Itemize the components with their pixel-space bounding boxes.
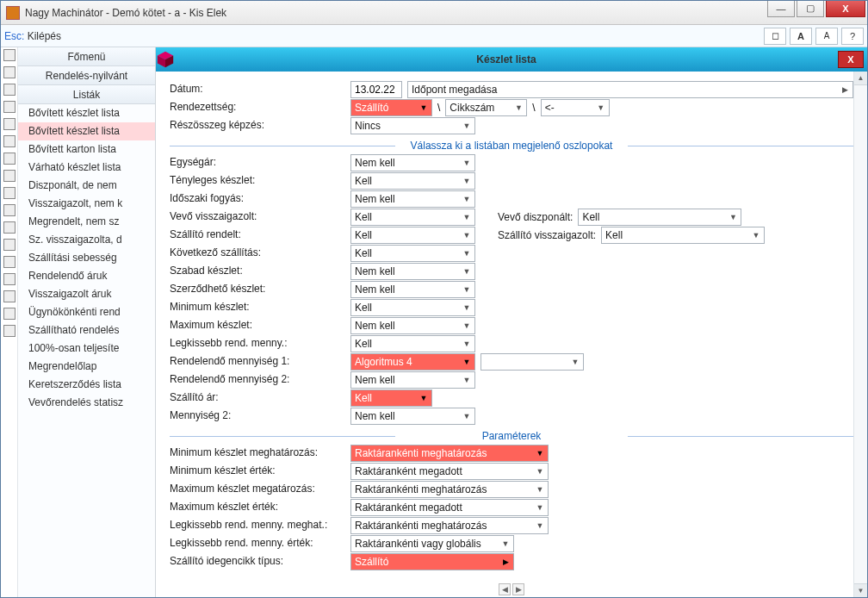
minimize-button[interactable]: — [767, 0, 795, 17]
esc-hint[interactable]: Esc: Kilépés [4, 30, 61, 42]
select-sort1[interactable]: Szállító▼ [350, 99, 432, 116]
sidebar-item[interactable]: Visszaigazolt áruk [18, 285, 155, 303]
select-field[interactable]: Nem kell▼ [350, 371, 475, 389]
strip-icon[interactable] [3, 290, 16, 302]
strip-icon[interactable] [3, 153, 16, 165]
sidebar-group[interactable]: Rendelés-nyilvánt [18, 66, 155, 85]
sidebar-item[interactable]: Keretszerződés lista [18, 376, 155, 394]
select-field-blank[interactable]: ▼ [480, 353, 584, 371]
column-control: Kell▼Szállító visszaigazolt:Kell▼ [350, 226, 853, 244]
toolbar-font-large-button[interactable]: A [790, 28, 812, 45]
sidebar-item[interactable]: Rendelendő áruk [18, 267, 155, 285]
select-sort2[interactable]: Cikkszám▼ [445, 99, 527, 116]
select-reszosszeg[interactable]: Nincs▼ [350, 117, 475, 134]
strip-icon[interactable] [3, 308, 16, 320]
sidebar-group[interactable]: Listák [18, 85, 155, 104]
column-control: Kell▼ [350, 389, 853, 407]
chevron-down-icon: ▼ [461, 246, 473, 261]
strip-icon[interactable] [3, 325, 16, 337]
column-label: Szabad készlet: [170, 262, 342, 280]
columns-grid: Egységár:Nem kell▼Tényleges készlet:Kell… [170, 153, 853, 425]
select-field[interactable]: Kell▼ [350, 335, 475, 352]
sidebar-group[interactable]: Főmenü [18, 47, 155, 66]
select-idopont[interactable]: Időpont megadása▶ [407, 81, 853, 98]
select-field[interactable]: Kell▼ [350, 227, 475, 244]
select-field[interactable]: Raktáranként megadott▼ [350, 499, 549, 516]
select-sort3[interactable]: <-▼ [541, 99, 610, 116]
sidebar-item[interactable]: Visszaigazolt, nem k [18, 195, 155, 213]
sidebar-item[interactable]: Diszponált, de nem [18, 177, 155, 195]
select-field[interactable]: Nem kell▼ [350, 263, 475, 280]
select-field[interactable]: Nem kell▼ [350, 190, 475, 208]
panel-header: Készlet lista X [156, 47, 867, 72]
sidebar-item[interactable]: Megrendelt, nem sz [18, 213, 155, 231]
select-field[interactable]: Szállító▶ [350, 553, 514, 570]
scroll-right-button[interactable]: ▶ [512, 583, 524, 595]
chevron-down-icon: ▼ [512, 100, 524, 115]
sidebar-item[interactable]: Szállítható rendelés [18, 321, 155, 339]
strip-icon[interactable] [3, 187, 16, 199]
strip-icon[interactable] [3, 84, 16, 96]
input-datum[interactable]: 13.02.22 [350, 81, 402, 98]
select-field[interactable]: Kell▼ [350, 299, 475, 316]
select-field[interactable]: Kell▼ [601, 227, 765, 244]
params-grid: Minimum készlet meghatározás:Raktárankén… [170, 444, 853, 570]
scroll-left-button[interactable]: ◀ [499, 583, 511, 595]
toolbar: Esc: Kilépés ◻ A A ? [1, 25, 867, 47]
panel-icon [156, 50, 175, 69]
column-label: Tényleges készlet: [170, 171, 342, 190]
select-field[interactable]: Raktáranként megadott▼ [350, 463, 549, 480]
scroll-up-button[interactable]: ▲ [854, 72, 867, 85]
select-field[interactable]: Nem kell▼ [350, 317, 475, 334]
select-field[interactable]: Nem kell▼ [350, 154, 475, 171]
close-button[interactable]: X [826, 0, 865, 17]
toolbar-font-small-button[interactable]: A [815, 28, 838, 45]
sidebar-item[interactable]: Vevőrendelés statisz [18, 394, 155, 412]
strip-icon[interactable] [3, 221, 16, 234]
strip-icon[interactable] [3, 66, 16, 78]
select-field[interactable]: Raktárankénti meghatározás▼ [350, 517, 549, 534]
column-control: Nem kell▼ [350, 371, 853, 389]
strip-icon[interactable] [3, 239, 16, 251]
toolbar-square-button[interactable]: ◻ [764, 28, 786, 45]
sidebar-item[interactable]: Megrendelőlap [18, 358, 155, 376]
scroll-down-button[interactable]: ▼ [854, 583, 867, 597]
select-field[interactable]: Algoritmus 4▼ [350, 353, 475, 371]
sidebar-item[interactable]: Szállítási sebesség [18, 249, 155, 267]
strip-icon[interactable] [3, 101, 16, 113]
select-field[interactable]: Kell▼ [350, 389, 432, 407]
select-field[interactable]: Nem kell▼ [350, 281, 475, 298]
strip-icon[interactable] [3, 256, 16, 268]
strip-icon[interactable] [3, 118, 16, 130]
select-field[interactable]: Kell▼ [350, 172, 475, 190]
panel-close-button[interactable]: X [838, 51, 864, 68]
strip-icon[interactable] [3, 273, 16, 285]
select-field[interactable]: Raktárankénti meghatározás▼ [350, 481, 549, 498]
panel-scroll-buttons: ◀ ▶ [499, 583, 524, 595]
strip-icon[interactable] [3, 170, 16, 182]
select-field[interactable]: Raktárankénti meghatározás▼ [350, 445, 549, 462]
sidebar-item[interactable]: Bővített karton lista [18, 140, 155, 159]
column-control: Nem kell▼ [350, 316, 853, 334]
strip-icon[interactable] [3, 49, 16, 61]
strip-icon[interactable] [3, 204, 16, 216]
sidebar-item[interactable]: Bővített készlet lista [18, 104, 155, 122]
toolbar-help-button[interactable]: ? [841, 28, 864, 45]
select-field[interactable]: Kell▼ [578, 209, 741, 226]
sidebar-item[interactable]: 100%-osan teljesíte [18, 339, 155, 358]
sidebar-items: Bővített készlet listaBővített készlet l… [18, 104, 155, 597]
select-field[interactable]: Kell▼ [350, 209, 475, 226]
sidebar-item[interactable]: Várható készlet lista [18, 159, 155, 177]
select-field[interactable]: Nem kell▼ [350, 408, 475, 425]
sidebar-item[interactable]: Bővített készlet lista [18, 122, 155, 140]
maximize-button[interactable]: ▢ [797, 0, 824, 17]
strip-icon[interactable] [3, 135, 16, 147]
select-field[interactable]: Raktárankénti vagy globális▼ [350, 535, 514, 552]
sidebar-item[interactable]: Ügynökönkénti rend [18, 303, 155, 321]
sidebar-item[interactable]: Sz. visszaigazolta, d [18, 231, 155, 249]
scrollbar-track[interactable] [854, 85, 867, 583]
param-control: Raktárankénti meghatározás▼ [350, 444, 853, 462]
vertical-scrollbar[interactable]: ▲ ▼ [853, 72, 867, 597]
column-extra-label: Vevő diszponált: [498, 211, 573, 223]
select-field[interactable]: Kell▼ [350, 245, 475, 262]
